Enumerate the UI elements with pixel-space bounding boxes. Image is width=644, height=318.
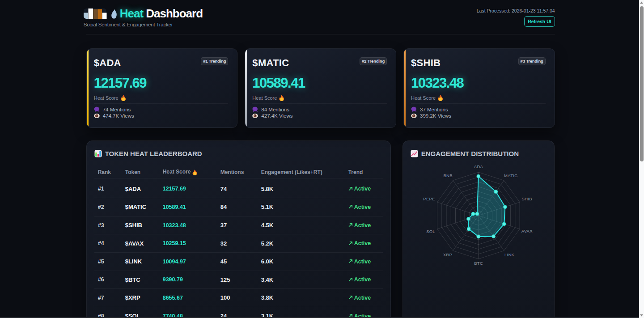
svg-text:SHIB: SHIB <box>521 196 532 201</box>
svg-text:AVAX: AVAX <box>521 229 532 233</box>
svg-text:XRP: XRP <box>443 252 452 257</box>
svg-text:BNB: BNB <box>443 173 452 178</box>
svg-text:MATIC: MATIC <box>504 173 517 178</box>
svg-text:LINK: LINK <box>504 252 515 257</box>
svg-text:PEPE: PEPE <box>423 196 435 201</box>
svg-text:BTC: BTC <box>474 261 483 266</box>
svg-text:SOL: SOL <box>426 229 435 233</box>
svg-text:ADA: ADA <box>474 164 483 169</box>
